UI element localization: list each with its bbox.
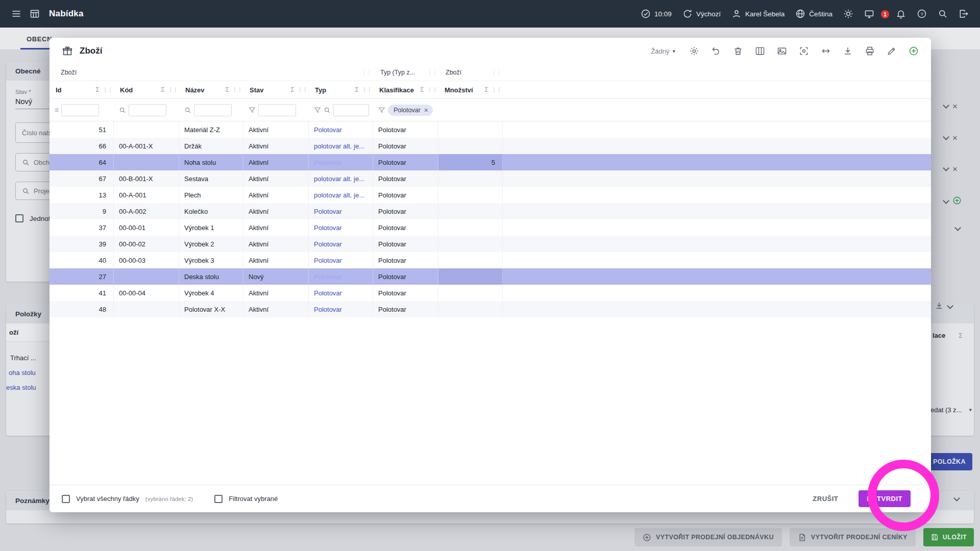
add-icon[interactable] bbox=[909, 46, 919, 56]
cell-klasifikace: Polotovar bbox=[373, 268, 438, 285]
col-header-kod[interactable]: Kód Σ ⋮⋮ bbox=[114, 81, 179, 98]
search-icon[interactable] bbox=[938, 9, 948, 19]
chevron-down-icon: ▾ bbox=[672, 48, 675, 55]
col-label: Stav bbox=[250, 86, 263, 94]
language-switcher[interactable]: Čeština bbox=[795, 9, 832, 19]
module-grid-icon[interactable] bbox=[30, 9, 40, 19]
undo-icon[interactable] bbox=[711, 46, 721, 56]
settings-icon[interactable] bbox=[689, 46, 699, 56]
drag-handle-icon[interactable]: ⋮⋮ bbox=[427, 70, 437, 75]
print-icon[interactable] bbox=[865, 46, 875, 56]
theme-icon[interactable] bbox=[843, 9, 853, 19]
cancel-button[interactable]: ZRUŠIT bbox=[807, 490, 843, 507]
cell-typ-link[interactable]: Polotovar bbox=[309, 154, 373, 170]
view-preset-select[interactable]: Žádný ▾ bbox=[651, 47, 675, 55]
equals-operator-icon[interactable]: = bbox=[55, 106, 59, 114]
cell-typ-link[interactable]: Polotovar bbox=[309, 203, 373, 219]
sigma-icon[interactable]: Σ bbox=[290, 86, 295, 93]
col-header-mnozstvi[interactable]: Množství Σ ⋮⋮ bbox=[438, 81, 503, 98]
cell-stav: Aktivní bbox=[243, 301, 309, 317]
select-all-checkbox[interactable] bbox=[62, 495, 70, 503]
delete-icon[interactable] bbox=[733, 46, 743, 56]
cell-typ-link[interactable]: Polotovar bbox=[309, 301, 373, 317]
chip-remove-icon[interactable]: × bbox=[424, 107, 428, 114]
filter-id-input[interactable] bbox=[61, 104, 99, 116]
display-icon[interactable] bbox=[864, 9, 874, 19]
table-row[interactable]: 13 00-A-001 Plech Aktivní polotovar alt.… bbox=[50, 187, 931, 203]
sigma-icon[interactable]: Σ bbox=[225, 86, 229, 93]
filter-chip-polotovar[interactable]: Polotovar × bbox=[388, 105, 433, 116]
table-row[interactable]: 51 Materiál Z-Z Aktivní Polotovar Poloto… bbox=[50, 121, 931, 138]
filter-selected-checkbox[interactable] bbox=[214, 495, 223, 503]
col-header-id[interactable]: Id Σ ⋮⋮ bbox=[50, 81, 114, 98]
table-row[interactable]: 48 Polotovar X-X Aktivní Polotovar Polot… bbox=[50, 301, 931, 317]
col-header-typ[interactable]: Typ Σ ⋮⋮ bbox=[309, 81, 373, 98]
filter-typ-input[interactable] bbox=[333, 104, 369, 116]
filter-row: = Polotovar bbox=[50, 99, 931, 121]
filter-selected-label: Filtrovat vybrané bbox=[229, 495, 278, 503]
columns-icon[interactable] bbox=[755, 46, 765, 56]
sigma-icon[interactable]: Σ bbox=[161, 86, 165, 93]
cell-id: 41 bbox=[50, 285, 114, 301]
logout-icon[interactable] bbox=[959, 9, 969, 19]
drag-handle-icon[interactable]: ⋮⋮ bbox=[492, 70, 502, 75]
capture-icon[interactable] bbox=[799, 46, 809, 56]
cell-typ-link[interactable]: Polotovar bbox=[309, 268, 373, 285]
filter-stav-input[interactable] bbox=[258, 104, 296, 116]
drag-handle-icon[interactable]: ⋮⋮ bbox=[103, 87, 113, 92]
cell-mnozstvi bbox=[438, 301, 503, 317]
cell-mnozstvi bbox=[438, 219, 503, 236]
filter-kod-input[interactable] bbox=[129, 104, 166, 116]
cell-klasifikace: Polotovar bbox=[373, 236, 438, 252]
table-row[interactable]: 40 00-00-03 Výrobek 3 Aktivní Polotovar … bbox=[50, 252, 931, 268]
drag-handle-icon[interactable]: ⋮⋮ bbox=[362, 70, 372, 75]
cell-typ-link[interactable]: polotovar alt. je... bbox=[309, 187, 373, 203]
col-header-klasifikace[interactable]: Klasifikace Σ ⋮⋮ bbox=[373, 81, 438, 98]
user-menu[interactable]: Karel Šebela bbox=[731, 9, 785, 19]
cell-stav: Aktivní bbox=[243, 187, 309, 203]
drag-handle-icon[interactable]: ⋮⋮ bbox=[427, 87, 437, 92]
cell-typ-link[interactable]: Polotovar bbox=[309, 252, 373, 268]
cell-typ-link[interactable]: Polotovar bbox=[309, 285, 373, 301]
sigma-icon[interactable]: Σ bbox=[420, 86, 424, 93]
table-row[interactable]: 41 00-00-04 Výrobek 4 Aktivní Polotovar … bbox=[50, 285, 931, 301]
fit-width-icon[interactable] bbox=[821, 46, 831, 56]
preset-switcher[interactable]: Výchozí bbox=[682, 9, 721, 19]
cell-typ-link[interactable]: Polotovar bbox=[309, 236, 373, 252]
cell-klasifikace: Polotovar bbox=[373, 219, 438, 236]
sigma-icon[interactable]: Σ bbox=[355, 86, 359, 93]
cell-typ-link[interactable]: Polotovar bbox=[309, 219, 373, 236]
confirm-button[interactable]: POTVRDIT bbox=[859, 490, 911, 507]
drag-handle-icon[interactable]: ⋮⋮ bbox=[232, 87, 242, 92]
col-header-stav[interactable]: Stav Σ ⋮⋮ bbox=[243, 81, 309, 98]
download-icon[interactable] bbox=[843, 46, 853, 56]
table-row[interactable]: 27 Deska stolu Nový Polotovar Polotovar bbox=[50, 268, 931, 285]
cell-id: 13 bbox=[50, 187, 114, 203]
cell-klasifikace: Polotovar bbox=[373, 285, 438, 301]
table-row[interactable]: 64 Noha stolu Aktivní Polotovar Polotova… bbox=[50, 154, 931, 170]
table-row[interactable]: 39 00-00-02 Výrobek 2 Aktivní Polotovar … bbox=[50, 236, 931, 252]
col-header-nazev[interactable]: Název Σ ⋮⋮ bbox=[179, 81, 243, 98]
help-icon[interactable]: ? bbox=[917, 9, 927, 19]
filter-nazev-input[interactable] bbox=[194, 104, 232, 116]
table-row[interactable]: 37 00-00-01 Výrobek 1 Aktivní Polotovar … bbox=[50, 219, 931, 236]
table-row[interactable]: 67 00-B-001-X Sestava Aktivní polotovar … bbox=[50, 170, 931, 187]
drag-handle-icon[interactable]: ⋮⋮ bbox=[362, 87, 372, 92]
cell-typ-link[interactable]: polotovar alt. je... bbox=[309, 138, 373, 154]
col-label: Typ bbox=[315, 86, 326, 94]
filter-id: = bbox=[50, 99, 114, 121]
table-row[interactable]: 66 00-A-001-X Držák Aktivní polotovar al… bbox=[50, 138, 931, 154]
edit-icon[interactable] bbox=[887, 46, 897, 56]
bell-icon[interactable] bbox=[896, 9, 906, 19]
drag-handle-icon[interactable]: ⋮⋮ bbox=[168, 87, 178, 92]
sigma-icon[interactable]: Σ bbox=[95, 86, 100, 93]
sigma-icon[interactable]: Σ bbox=[484, 86, 488, 93]
image-icon[interactable] bbox=[777, 46, 787, 56]
menu-icon[interactable] bbox=[11, 9, 21, 19]
cell-typ-link[interactable]: Polotovar bbox=[309, 121, 373, 138]
cell-kod: 00-00-01 bbox=[114, 219, 179, 236]
drag-handle-icon[interactable]: ⋮⋮ bbox=[298, 87, 308, 92]
drag-handle-icon[interactable]: ⋮⋮ bbox=[492, 87, 502, 92]
cell-typ-link[interactable]: polotovar alt. je... bbox=[309, 170, 373, 187]
table-row[interactable]: 9 00-A-002 Kolečko Aktivní Polotovar Pol… bbox=[50, 203, 931, 219]
